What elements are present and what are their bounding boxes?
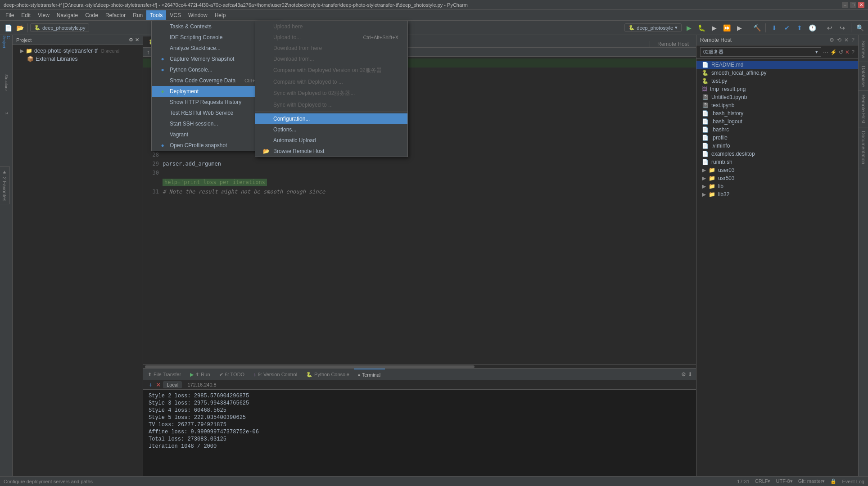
documentation-panel-label[interactable]: Documentation (859, 127, 868, 168)
deploy-browse-remote[interactable]: 📂 Browse Remote Host (255, 146, 407, 157)
status-encoding[interactable]: UTF-8▾ (776, 478, 792, 484)
terminal-tab[interactable]: ▪ Terminal (354, 369, 385, 380)
menu-navigate[interactable]: Navigate (53, 10, 81, 20)
python-console-tab[interactable]: 🐍 Python Console (302, 369, 354, 380)
remote-file-untitled1[interactable]: 📓 Untitled1.ipynb (696, 93, 858, 101)
minimize-button[interactable]: – (842, 2, 848, 8)
vcs-commit-button[interactable]: ✔ (782, 22, 792, 33)
bottom-panel-settings-icon[interactable]: ⚙ (681, 371, 686, 378)
file-transfer-tab[interactable]: ⬆ File Transfer (143, 369, 185, 380)
remote-refresh2-icon[interactable]: ↺ (839, 49, 843, 55)
remote-folder-usr503[interactable]: ▶ 📁 usr503 (696, 174, 858, 182)
new-file-button[interactable]: 📄 (3, 22, 14, 33)
remote-file-examples-desktop[interactable]: 📄 examples.desktop (696, 150, 858, 158)
redo-button[interactable]: ↪ (837, 22, 848, 33)
vcs-update-button[interactable]: ⬇ (769, 22, 780, 33)
remote-sync-icon[interactable]: ⚡ (830, 49, 837, 55)
window-title: deep-photo-styletransfer-tf [D:\neural-s… (4, 2, 842, 8)
upload-to-label: Upload to... (273, 34, 301, 40)
external-libs-label: External Libraries (36, 56, 77, 62)
search-everywhere-button[interactable]: 🔍 (854, 22, 865, 33)
project-collapse-icon[interactable]: ✕ (135, 37, 139, 43)
menu-run[interactable]: Run (129, 10, 146, 20)
current-file-label[interactable]: 🐍 deep_photostyle.py (30, 23, 89, 32)
upload-here-label: Upload here (273, 23, 303, 30)
bottom-panel-download-icon[interactable]: ⬇ (688, 371, 692, 378)
remote-help-icon[interactable]: ? (851, 37, 854, 43)
server-dropdown[interactable]: 02服务器 ▾ (700, 47, 821, 57)
profile-button[interactable]: ⏩ (721, 22, 732, 33)
remote-file-viminfo[interactable]: 📄 .viminfo (696, 142, 858, 150)
remote-file-bash-logout[interactable]: 📄 .bash_logout (696, 117, 858, 126)
menu-help[interactable]: Help (211, 10, 230, 20)
remote-disconnect2-icon[interactable]: ✕ (845, 49, 850, 55)
remote-refresh-icon[interactable]: ⟲ (837, 37, 841, 43)
remote-host-panel-label[interactable]: Remote Host (859, 91, 868, 127)
navigate-back-icon[interactable]: ↑ (147, 49, 150, 55)
vcs-push-button[interactable]: ⬆ (794, 22, 805, 33)
todo-tab[interactable]: ✔ 6: TODO (215, 369, 249, 380)
open-button[interactable]: 📂 (14, 22, 25, 33)
remote-folder-lib32[interactable]: ▶ 📁 lib32 (696, 190, 858, 198)
project-root-item[interactable]: ▶ 📁 deep-photo-styletransfer-tf D:\neura… (13, 47, 143, 55)
tmp-result-icon: 🖼 (702, 86, 707, 92)
external-libs-item[interactable]: 📦 External Libraries (13, 55, 143, 63)
maximize-button[interactable]: □ (850, 2, 856, 8)
version-control-tab[interactable]: ↕ 9: Version Control (249, 369, 302, 380)
run-config-dropdown[interactable]: 🐍 deep_photostyle ▾ (624, 23, 682, 32)
remote-help2-icon[interactable]: ? (851, 49, 854, 55)
remote-folder-lib[interactable]: ▶ 📁 lib (696, 182, 858, 190)
status-event-log[interactable]: Event Log (842, 479, 864, 484)
remote-file-bashrc[interactable]: 📄 .bashrc (696, 126, 858, 134)
remote-file-profile[interactable]: 📄 .profile (696, 134, 858, 142)
database-panel-label[interactable]: Database (859, 62, 868, 91)
concurrency-button[interactable]: ▶ (734, 22, 745, 33)
debug-button[interactable]: 🐛 (696, 22, 707, 33)
sciview-panel-label[interactable]: SciView (859, 37, 868, 62)
deploy-configuration[interactable]: Configuration... (255, 113, 407, 124)
sidebar-project-icon[interactable]: 1: Project (1, 37, 11, 47)
build-button[interactable]: 🔨 (751, 22, 762, 33)
remote-file-test[interactable]: 🐍 test.py (696, 77, 858, 85)
favorites-bar[interactable]: ★ 2 Favorites (0, 166, 10, 204)
menu-refactor[interactable]: Refactor (102, 10, 129, 20)
remote-dots-menu-icon[interactable]: ⋯ (823, 49, 828, 55)
status-vcs[interactable]: Git: master▾ (798, 478, 825, 484)
coverage-button[interactable]: ▶ (709, 22, 719, 33)
remote-terminal-tab[interactable]: 172.16.240.8 (184, 381, 220, 388)
sidebar-num7-icon[interactable]: 7: (1, 109, 11, 119)
deploy-options[interactable]: Options... (255, 124, 407, 135)
remote-file-test-ipynb[interactable]: 📓 test.ipynb (696, 101, 858, 109)
remote-file-smooth[interactable]: 🐍 smooth_local_affine.py (696, 69, 858, 77)
close-button[interactable]: ✕ (858, 2, 864, 8)
status-lock-icon[interactable]: 🔒 (830, 478, 836, 484)
menu-tools[interactable]: Tools (146, 10, 166, 20)
remote-file-runnb[interactable]: 📄 runnb.sh (696, 158, 858, 166)
menu-file[interactable]: File (2, 10, 18, 20)
run-button[interactable]: ▶ (683, 22, 694, 33)
editor-tab-remote-host[interactable]: Remote Host (654, 41, 692, 47)
remote-folder-user03[interactable]: ▶ 📁 user03 (696, 166, 858, 174)
remote-file-bash-history[interactable]: 📄 .bash_history (696, 109, 858, 117)
vcs-history-button[interactable]: 🕐 (807, 22, 818, 33)
editor-scrollbar[interactable] (143, 364, 696, 368)
remote-file-tmp-result[interactable]: 🖼 tmp_result.png (696, 85, 858, 93)
menu-view[interactable]: View (34, 10, 53, 20)
menu-vcs[interactable]: VCS (166, 10, 185, 20)
local-terminal-tab[interactable]: Local (163, 381, 182, 388)
remote-settings-icon[interactable]: ⚙ (829, 37, 834, 43)
run-tab[interactable]: ▶ 4: Run (185, 369, 214, 380)
menu-code[interactable]: Code (81, 10, 102, 20)
add-terminal-button[interactable]: + (147, 381, 154, 388)
terminal-close-button[interactable]: ✕ (156, 381, 161, 388)
menu-window[interactable]: Window (185, 10, 211, 20)
menu-edit[interactable]: Edit (18, 10, 34, 20)
deploy-automatic-upload[interactable]: Automatic Upload (255, 135, 407, 146)
status-line-ending[interactable]: CRLF▾ (755, 478, 771, 484)
sidebar-structure-icon[interactable]: Structure (1, 77, 11, 87)
untitled1-icon: 📓 (702, 94, 709, 100)
project-settings-icon[interactable]: ⚙ (129, 37, 133, 43)
remote-disconnect-icon[interactable]: ✕ (844, 37, 849, 43)
undo-button[interactable]: ↩ (824, 22, 835, 33)
remote-file-readme[interactable]: 📄 README.md (696, 61, 858, 69)
